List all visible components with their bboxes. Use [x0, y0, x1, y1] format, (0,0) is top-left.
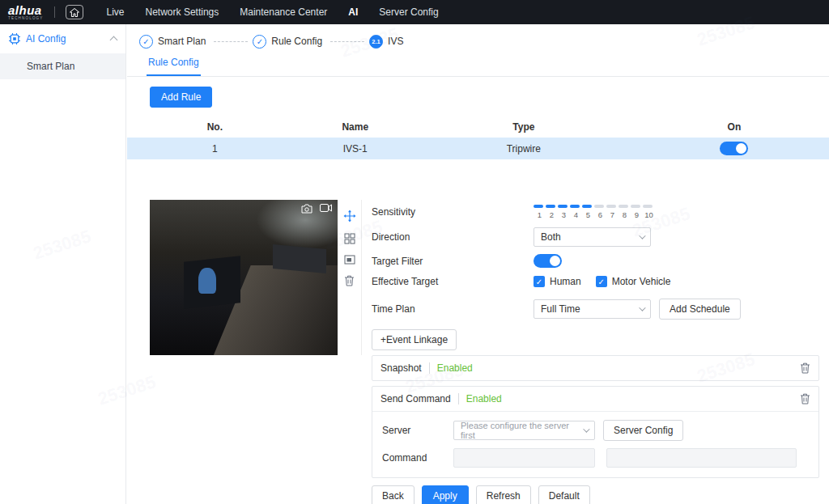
apply-button[interactable]: Apply	[422, 485, 469, 504]
step-connector	[214, 41, 248, 42]
draw-toolbar	[338, 200, 362, 355]
time-plan-value: Full Time	[541, 303, 580, 315]
checkbox-checked-icon: ✓	[534, 276, 545, 287]
checkbox-motor-vehicle-label: Motor Vehicle	[612, 276, 671, 287]
video-overlay-buttons	[301, 204, 332, 214]
delete-snapshot-icon[interactable]	[800, 362, 810, 374]
send-command-body: Server Please configure the server first…	[372, 411, 818, 477]
topbar: alhua TECHNOLOGY Live Network Settings M…	[0, 0, 829, 24]
top-nav: Live Network Settings Maintenance Center…	[96, 0, 449, 24]
table-row[interactable]: 1 IVS-1 Tripwire	[127, 138, 829, 159]
checkbox-human[interactable]: ✓ Human	[534, 276, 581, 287]
command-input-1[interactable]	[453, 448, 595, 468]
linkage-panel-snapshot: Snapshot Enabled	[372, 355, 819, 381]
col-header-on: On	[640, 121, 829, 133]
command-label: Command	[382, 452, 453, 464]
command-input-2[interactable]	[606, 448, 797, 468]
stepper: ✓ Smart Plan ✓ Rule Config 2.1 IVS	[127, 24, 829, 49]
direction-value: Both	[541, 231, 561, 243]
checkbox-human-label: Human	[550, 276, 581, 287]
sensitivity-label: Sensitivity	[372, 206, 534, 218]
ai-config-icon	[9, 33, 20, 44]
record-icon[interactable]	[320, 204, 332, 214]
step-current-badge: 2.1	[369, 35, 383, 49]
home-icon	[70, 8, 79, 17]
add-rule-button[interactable]: Add Rule	[150, 87, 212, 108]
move-tool-icon[interactable]	[343, 210, 356, 222]
target-filter-toggle[interactable]	[534, 254, 562, 268]
back-button[interactable]: Back	[372, 485, 414, 504]
step-label-ivs: IVS	[388, 36, 403, 47]
nav-item-ai[interactable]: AI	[338, 0, 368, 24]
nav-item-network-settings[interactable]: Network Settings	[135, 0, 230, 24]
linkage-panel-send-command: Send Command Enabled Server Please confi…	[372, 386, 819, 478]
rule-name: IVS-1	[303, 143, 408, 155]
snapshot-icon[interactable]	[301, 204, 312, 214]
direction-row: Direction Both	[372, 227, 819, 247]
rule-detail: Sensitivity 12345678910 Direction Both	[127, 200, 829, 504]
sensitivity-slider[interactable]: 12345678910	[534, 205, 655, 219]
sensitivity-ticks: 12345678910	[534, 210, 655, 219]
snapshot-status: Enabled	[437, 362, 473, 374]
grid-tool-icon[interactable]	[344, 233, 355, 244]
step-done-icon: ✓	[253, 35, 266, 49]
col-header-name: Name	[303, 121, 408, 133]
server-row: Server Please configure the server first…	[382, 420, 809, 441]
add-schedule-button[interactable]: Add Schedule	[659, 299, 741, 320]
effective-target-row: Effective Target ✓ Human ✓ Motor Vehicle	[372, 276, 819, 287]
checkbox-motor-vehicle[interactable]: ✓ Motor Vehicle	[596, 276, 671, 287]
nav-item-maintenance-center[interactable]: Maintenance Center	[229, 0, 338, 24]
sidebar-item-label: Smart Plan	[27, 61, 74, 72]
target-filter-label: Target Filter	[372, 256, 534, 267]
send-command-title: Send Command	[380, 393, 459, 404]
rules-table: No. Name Type On 1 IVS-1 Tripwire	[127, 116, 829, 159]
send-command-panel-header: Send Command Enabled	[372, 387, 818, 411]
server-config-button[interactable]: Server Config	[603, 420, 683, 441]
page: 253085 253085 253085 253085 253085 25308…	[0, 0, 829, 504]
event-linkage-button[interactable]: +Event Linkage	[372, 329, 457, 350]
rule-on-toggle[interactable]	[720, 142, 748, 155]
video-scene	[273, 244, 326, 273]
step-label-rule-config: Rule Config	[271, 36, 322, 47]
col-header-no: No.	[127, 121, 303, 133]
logo-subtext: TECHNOLOGY	[8, 17, 44, 21]
dahua-logo: alhua TECHNOLOGY	[8, 4, 44, 21]
step-label-smart-plan: Smart Plan	[158, 36, 206, 47]
sensitivity-row: Sensitivity 12345678910	[372, 205, 819, 219]
chevron-up-icon	[110, 36, 118, 44]
chevron-down-icon	[639, 304, 645, 311]
logo-text: alhua	[8, 4, 44, 16]
snapshot-panel-header: Snapshot Enabled	[372, 356, 818, 380]
direction-select[interactable]: Both	[534, 227, 651, 247]
default-button[interactable]: Default	[538, 485, 590, 504]
size-filter-tool-icon[interactable]	[344, 255, 355, 265]
sidebar-group-label: AI Config	[26, 33, 66, 44]
nav-item-server-config[interactable]: Server Config	[368, 0, 449, 24]
sidebar-group-ai-config[interactable]: AI Config	[0, 24, 125, 53]
command-row: Command	[382, 448, 809, 468]
effective-target-label: Effective Target	[372, 276, 534, 287]
col-header-type: Type	[408, 121, 640, 133]
target-filter-row: Target Filter	[372, 254, 819, 268]
refresh-button[interactable]: Refresh	[476, 485, 531, 504]
direction-label: Direction	[372, 231, 534, 243]
video-preview[interactable]	[150, 200, 338, 355]
server-select[interactable]: Please configure the server first	[453, 421, 595, 440]
chevron-down-icon	[583, 426, 589, 432]
time-plan-row: Time Plan Full Time Add Schedule	[372, 299, 819, 320]
time-plan-label: Time Plan	[372, 303, 534, 315]
home-button[interactable]	[66, 5, 83, 19]
sidebar-item-smart-plan[interactable]: Smart Plan	[0, 53, 125, 79]
nav-item-live[interactable]: Live	[96, 0, 135, 24]
sidebar: AI Config Smart Plan	[0, 24, 126, 504]
time-plan-select[interactable]: Full Time	[534, 299, 651, 319]
checkbox-checked-icon: ✓	[596, 276, 607, 287]
chevron-down-icon	[639, 232, 645, 239]
delete-tool-icon[interactable]	[344, 275, 355, 286]
delete-send-command-icon[interactable]	[800, 393, 810, 404]
step-connector	[330, 41, 364, 42]
rule-type: Tripwire	[408, 143, 640, 155]
sensitivity-bar[interactable]	[534, 205, 655, 208]
tab-rule-config[interactable]: Rule Config	[147, 52, 201, 76]
main-content: ✓ Smart Plan ✓ Rule Config 2.1 IVS Rule …	[127, 24, 829, 504]
